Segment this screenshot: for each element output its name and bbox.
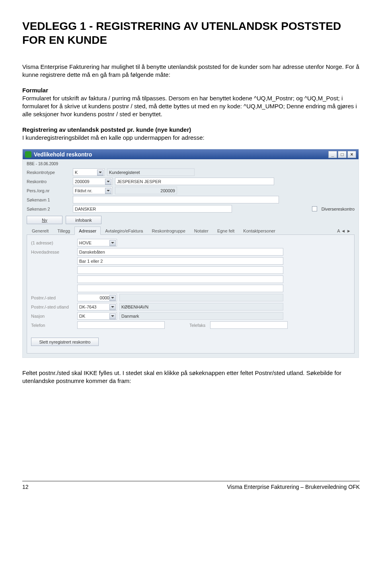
- tab-kontaktpersoner[interactable]: Kontaktpersoner: [239, 227, 280, 234]
- formular-heading: Formular: [22, 87, 48, 94]
- telefaks-input[interactable]: [210, 321, 288, 329]
- window-title: Vedlikehold reskontro: [34, 151, 92, 158]
- footer-divider: [22, 481, 360, 481]
- label-persorg: Pers./org.nr: [27, 188, 70, 193]
- formular-body: Formularet for utskrift av faktura / pur…: [22, 95, 357, 118]
- titlebar: Vedlikehold reskontro _ □ ×: [23, 149, 359, 159]
- label-hovedadresse: Hovedadresse: [31, 250, 75, 254]
- tab-reskontrogruppe[interactable]: Reskontrogruppe: [147, 227, 189, 234]
- label-sokenavn1: Søkenavn 1: [27, 197, 70, 202]
- label-reskontrotype: Reskontrotype: [27, 170, 70, 175]
- label-diversereskontro: Diversereskontro: [322, 207, 355, 211]
- nasjon-name: Danmark: [119, 312, 283, 320]
- sokenavn2-input[interactable]: DANSKER: [73, 205, 232, 213]
- tab-adresser[interactable]: Adresser: [74, 227, 101, 235]
- tab-avtalegiro[interactable]: Avtalegiro/eFaktura: [101, 227, 147, 234]
- label-postnr-sted: Postnr./-sted: [31, 295, 75, 300]
- tab-egnefelt[interactable]: Egne felt: [213, 227, 239, 234]
- page-footer: 12 Visma Enterprise Fakturering – Bruker…: [22, 484, 360, 490]
- postnr-utland-code-input[interactable]: DK-7643: [77, 303, 117, 311]
- tab-content-adresser: (1 adresse) HOVE Hovedadresse Danskebåte…: [27, 235, 355, 354]
- tab-notater[interactable]: Notater: [190, 227, 213, 234]
- postnr-sted-code-input[interactable]: 0000: [77, 294, 117, 301]
- window-controls: _ □ ×: [328, 151, 356, 158]
- tab-tillegg[interactable]: Tillegg: [53, 227, 74, 234]
- label-nasjon: Nasjon: [31, 314, 75, 318]
- address-line2-input[interactable]: Bar 1 eller 2: [77, 257, 283, 265]
- registration-heading: Registrering av utenlandsk poststed pr. …: [22, 126, 191, 133]
- telefon-input[interactable]: [77, 321, 165, 329]
- adr-code-input[interactable]: HOVE: [77, 239, 117, 246]
- app-window: Vedlikehold reskontro _ □ × BBE - 18.06.…: [22, 149, 359, 358]
- registration-paragraph: Registrering av utenlandsk poststed pr. …: [22, 126, 360, 142]
- close-button[interactable]: ×: [347, 151, 356, 158]
- label-telefaks: Telefaks: [189, 323, 205, 328]
- chevron-left-icon: ◄: [341, 229, 345, 233]
- postnr-sted-name: [119, 294, 283, 301]
- registration-body: I kunderegistreringsbildet må en kalle o…: [22, 134, 205, 141]
- date-line: BBE - 18.06.2009: [27, 162, 355, 166]
- label-sokenavn2: Søkenavn 2: [27, 207, 70, 211]
- infobank-button[interactable]: infobank: [66, 216, 101, 224]
- address-line4-input[interactable]: [77, 275, 283, 283]
- postnr-utland-city: KØBENHAVN: [119, 303, 283, 311]
- tab-overflow[interactable]: A ◄ ►: [334, 227, 354, 234]
- label-reskontro: Reskontro: [27, 179, 70, 184]
- minimize-button[interactable]: _: [328, 151, 337, 158]
- tab-row: Generelt Tillegg Adresser Avtalegiro/eFa…: [27, 227, 355, 235]
- ny-button[interactable]: Ny: [27, 216, 62, 224]
- diversereskontro-checkbox[interactable]: [312, 206, 319, 212]
- after-image-paragraph: Feltet postnr./sted skal IKKE fylles ut.…: [22, 369, 360, 385]
- reskontrotype-desc: Kunderegisteret: [107, 168, 195, 176]
- app-icon: [25, 151, 31, 158]
- address-line5-input[interactable]: [77, 285, 283, 292]
- address-line3-input[interactable]: [77, 266, 283, 274]
- hovedadresse-input[interactable]: Danskebåten: [77, 248, 283, 256]
- footer-text: Visma Enterprise Fakturering – Brukervei…: [227, 484, 360, 490]
- reskontro-code-input[interactable]: 200009: [73, 178, 113, 185]
- maximize-button[interactable]: □: [338, 151, 347, 158]
- nasjon-code-input[interactable]: DK: [77, 312, 117, 320]
- persorg-type-input[interactable]: Fiktivt nr.: [73, 187, 113, 194]
- chevron-right-icon: ►: [347, 229, 351, 233]
- formular-paragraph: Formular Formularet for utskrift av fakt…: [22, 86, 360, 119]
- tab-generelt[interactable]: Generelt: [27, 227, 53, 234]
- label-telefon: Telefon: [31, 323, 75, 328]
- reskontrotype-code-input[interactable]: K: [73, 168, 105, 176]
- intro-paragraph: Visma Enterprise Fakturering har mulighe…: [22, 63, 360, 79]
- persorg-value: 200009: [115, 187, 177, 194]
- reskontro-name-input[interactable]: JESPERSEN JESPER: [115, 178, 274, 185]
- sokenavn1-input[interactable]: [73, 196, 279, 203]
- page-number: 12: [22, 484, 29, 490]
- label-postnr-sted-utland: Postnr./-sted utland: [31, 305, 75, 309]
- slett-button[interactable]: Slett nyregistrert reskontro: [31, 338, 99, 346]
- label-adr-count: (1 adresse): [31, 240, 75, 245]
- page-title: VEDLEGG 1 - REGISTRERING AV UTENLANDSK P…: [22, 19, 360, 47]
- tab-overflow-label: A: [337, 229, 340, 233]
